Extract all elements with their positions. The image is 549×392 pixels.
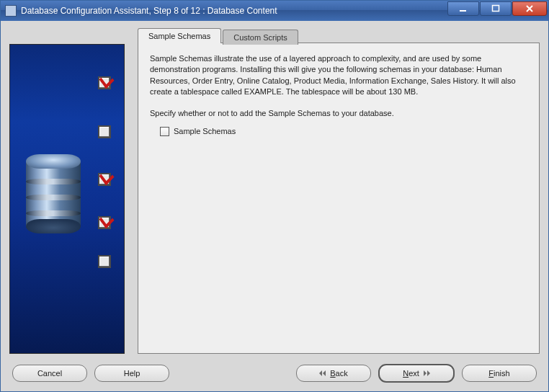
- minimize-icon: [459, 4, 468, 13]
- window-title: Database Configuration Assistant, Step 8…: [21, 6, 447, 16]
- tab-label: Custom Scripts: [233, 33, 287, 42]
- help-button[interactable]: Help: [94, 365, 169, 382]
- step-indicator-4: [98, 216, 111, 229]
- close-button[interactable]: [512, 1, 547, 16]
- wizard-buttons: Cancel Help Back Next Finish: [9, 354, 540, 384]
- chevron-right-icon: [424, 370, 430, 376]
- description-text: Sample Schemas illustrate the use of a l…: [150, 53, 527, 98]
- button-label: Next: [403, 369, 419, 378]
- titlebar: Database Configuration Assistant, Step 8…: [1, 1, 548, 21]
- app-icon: [5, 5, 17, 17]
- back-button[interactable]: Back: [296, 365, 371, 382]
- chevron-left-icon: [319, 370, 326, 376]
- minimize-button[interactable]: [447, 1, 479, 16]
- step-indicator-2: [98, 125, 111, 138]
- step-indicator-1: [98, 76, 111, 89]
- svg-rect-0: [460, 10, 466, 12]
- database-cylinder-icon: [26, 154, 81, 233]
- cancel-button[interactable]: Cancel: [12, 365, 87, 382]
- wizard-body: Sample Schemas Custom Scripts Sample Sch…: [1, 21, 548, 391]
- tab-custom-scripts[interactable]: Custom Scripts: [223, 30, 298, 45]
- sample-schemas-checkbox[interactable]: [160, 127, 169, 136]
- window-controls: [447, 1, 548, 21]
- button-label: Cancel: [37, 369, 62, 378]
- maximize-icon: [491, 4, 500, 13]
- button-label: Help: [124, 369, 140, 378]
- tab-label: Sample Schemas: [148, 32, 210, 40]
- wizard-banner: [9, 44, 125, 354]
- svg-rect-1: [493, 6, 499, 12]
- step-indicator-5: [98, 255, 111, 268]
- tab-sample-schemas[interactable]: Sample Schemas: [138, 28, 221, 43]
- close-icon: [525, 4, 534, 13]
- tab-strip: Sample Schemas Custom Scripts: [138, 28, 540, 43]
- button-label: Finish: [488, 369, 509, 378]
- step-indicator-3: [98, 173, 111, 186]
- content-row: Sample Schemas Custom Scripts Sample Sch…: [9, 28, 540, 354]
- next-button[interactable]: Next: [378, 364, 455, 383]
- finish-button[interactable]: Finish: [462, 365, 537, 382]
- prompt-text: Specify whether or not to add the Sample…: [150, 108, 527, 119]
- wizard-window: Database Configuration Assistant, Step 8…: [0, 0, 549, 392]
- checkbox-label: Sample Schemas: [174, 126, 236, 137]
- main-panel: Sample Schemas Custom Scripts Sample Sch…: [138, 28, 540, 354]
- maximize-button[interactable]: [480, 1, 512, 16]
- button-label: Back: [330, 369, 347, 378]
- tab-content: Sample Schemas illustrate the use of a l…: [138, 43, 540, 354]
- sample-schemas-option: Sample Schemas: [160, 126, 527, 137]
